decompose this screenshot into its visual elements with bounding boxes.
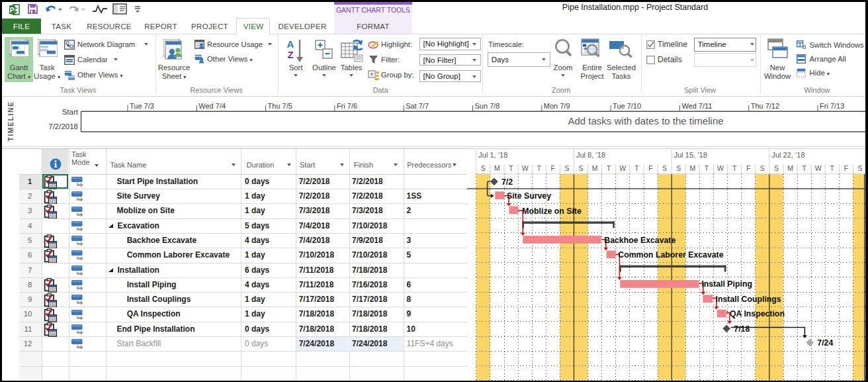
svg-text:Tue 7/3: Tue 7/3 — [130, 102, 154, 110]
svg-text:W: W — [619, 164, 626, 172]
svg-text:T: T — [705, 164, 709, 172]
svg-text:Fri 7/6: Fri 7/6 — [337, 102, 357, 110]
svg-text:F: F — [746, 164, 750, 172]
svg-text:Jul 15, ’18: Jul 15, ’18 — [674, 151, 707, 159]
svg-text:T: T — [732, 164, 737, 172]
svg-text:S: S — [564, 164, 569, 172]
svg-text:T: T — [607, 164, 611, 172]
svg-text:S: S — [662, 164, 667, 172]
svg-text:W: W — [717, 164, 724, 172]
svg-text:Thu 7/5: Thu 7/5 — [268, 102, 292, 110]
svg-text:S: S — [578, 164, 583, 172]
svg-text:A: A — [287, 38, 294, 50]
svg-text:Install Piping: Install Piping — [701, 279, 752, 289]
svg-text:Backhoe Excavate: Backhoe Excavate — [604, 236, 675, 245]
svg-text:M: M — [592, 164, 598, 172]
svg-text:T: T — [634, 164, 639, 172]
svg-text:W: W — [522, 164, 529, 172]
svg-text:S: S — [676, 164, 681, 172]
svg-text:Tue 7/10: Tue 7/10 — [613, 102, 641, 110]
svg-text:M: M — [494, 164, 500, 172]
svg-text:S: S — [857, 164, 862, 172]
svg-text:T: T — [830, 164, 835, 172]
svg-text:Sat 7/7: Sat 7/7 — [406, 102, 429, 110]
svg-text:Sun 7/8: Sun 7/8 — [475, 102, 500, 110]
svg-text:M: M — [787, 164, 793, 172]
svg-text:F: F — [648, 164, 652, 172]
svg-text:F: F — [844, 164, 848, 172]
svg-text:Add tasks with dates to the ti: Add tasks with dates to the timeline — [568, 115, 723, 126]
svg-text:T: T — [802, 164, 806, 172]
svg-text:7/24: 7/24 — [817, 338, 833, 348]
svg-text:7/18: 7/18 — [734, 324, 750, 334]
svg-text:Moblize on Site: Moblize on Site — [522, 207, 582, 216]
svg-text:Common Laborer Excavate: Common Laborer Excavate — [618, 250, 723, 260]
svg-text:Jul 8, ’18: Jul 8, ’18 — [576, 151, 605, 159]
svg-text:Wed 7/4: Wed 7/4 — [198, 102, 226, 110]
svg-text:Jul 1, ’18: Jul 1, ’18 — [478, 151, 507, 159]
svg-text:Mon 7/9: Mon 7/9 — [544, 102, 570, 110]
svg-text:Wed 7/11: Wed 7/11 — [681, 102, 712, 110]
svg-text:QA Inspection: QA Inspection — [730, 309, 785, 318]
svg-text:W: W — [815, 164, 822, 172]
svg-text:7/2: 7/2 — [501, 177, 513, 187]
svg-text:S: S — [760, 164, 765, 172]
svg-text:P: P — [10, 7, 15, 14]
svg-text:Site Survey: Site Survey — [507, 191, 551, 201]
svg-text:Fri 7/13: Fri 7/13 — [820, 102, 844, 110]
svg-text:F: F — [551, 164, 555, 172]
svg-text:S: S — [481, 164, 486, 172]
svg-text:Install Couplings: Install Couplings — [716, 295, 781, 304]
svg-text:Thu 7/12: Thu 7/12 — [751, 102, 779, 110]
svg-text:T: T — [509, 164, 513, 172]
svg-text:Z: Z — [287, 49, 293, 60]
svg-text:M: M — [689, 164, 695, 172]
svg-text:T: T — [537, 164, 542, 172]
svg-text:S: S — [774, 164, 779, 172]
svg-text:Jul 22, ’18: Jul 22, ’18 — [771, 151, 804, 159]
